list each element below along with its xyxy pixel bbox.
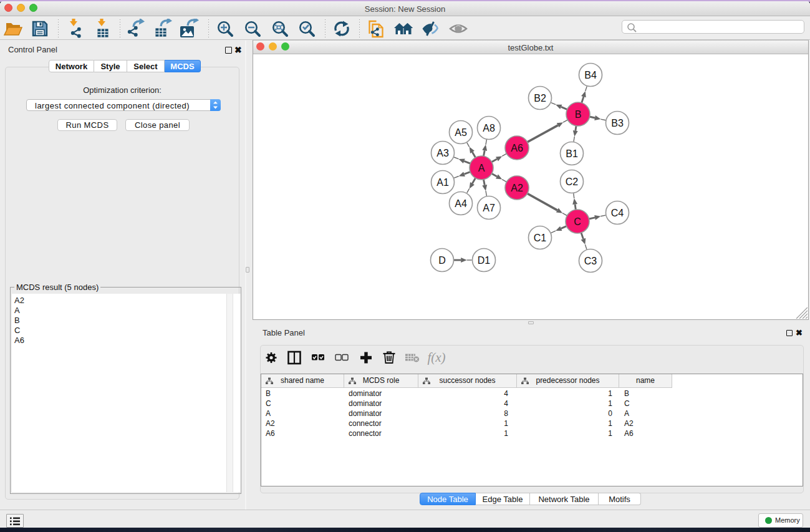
svg-text:D1: D1 xyxy=(478,255,491,266)
svg-text:A4: A4 xyxy=(455,198,467,209)
svg-text:B3: B3 xyxy=(611,118,624,128)
svg-text:A2: A2 xyxy=(511,183,523,193)
svg-text:B: B xyxy=(575,109,582,120)
svg-text:A7: A7 xyxy=(483,203,495,213)
svg-text:C4: C4 xyxy=(611,208,624,218)
svg-text:B4: B4 xyxy=(584,70,597,80)
svg-text:A: A xyxy=(478,163,485,173)
svg-text:B2: B2 xyxy=(534,93,546,104)
svg-text:B1: B1 xyxy=(566,148,578,159)
svg-text:A5: A5 xyxy=(455,127,467,138)
svg-text:C1: C1 xyxy=(534,233,547,243)
svg-text:C2: C2 xyxy=(566,177,579,187)
svg-text:C3: C3 xyxy=(584,256,597,266)
svg-text:D: D xyxy=(438,255,446,266)
svg-text:A1: A1 xyxy=(436,177,449,188)
svg-text:f(x): f(x) xyxy=(427,350,445,365)
svg-text:A8: A8 xyxy=(483,123,495,133)
svg-text:A3: A3 xyxy=(436,148,449,158)
svg-text:A6: A6 xyxy=(511,143,523,153)
svg-text:C: C xyxy=(574,216,581,227)
